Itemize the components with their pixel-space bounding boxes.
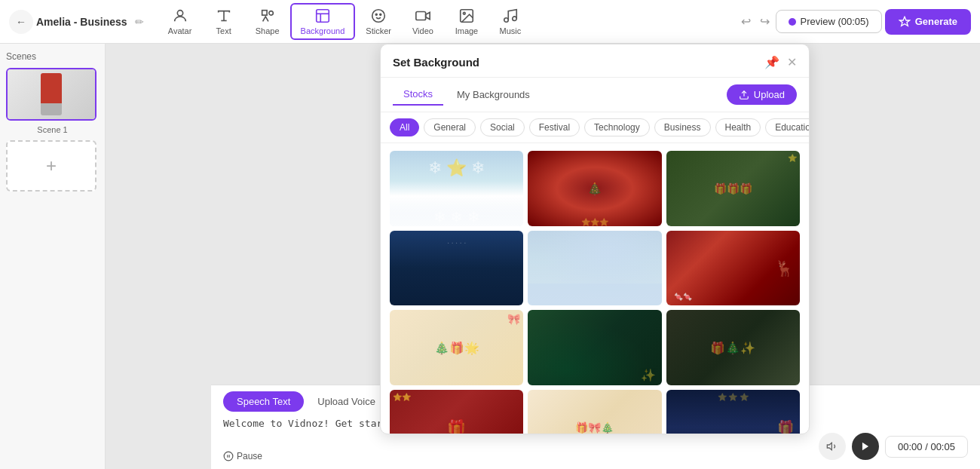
scene-item[interactable] <box>6 68 96 121</box>
filter-row: All General Social Festival Technology B… <box>381 112 809 143</box>
video-tool[interactable]: Video <box>402 5 444 38</box>
background-tool[interactable]: Background <box>290 3 356 40</box>
generate-button[interactable]: Generate <box>885 9 971 35</box>
filter-technology[interactable]: Technology <box>584 118 650 136</box>
svg-point-12 <box>224 452 233 461</box>
shape-tool[interactable]: Shape <box>247 5 289 38</box>
bg-thumbnail-11[interactable]: 🎁🎀🎄 <box>528 390 661 434</box>
svg-point-4 <box>372 10 385 23</box>
upload-icon <box>739 90 749 100</box>
svg-rect-7 <box>416 12 426 20</box>
filter-social[interactable]: Social <box>480 118 525 136</box>
toolbar-tools: Avatar Text Shape Background Sticker Vid… <box>159 3 531 40</box>
volume-button[interactable] <box>819 433 846 460</box>
background-panel: Set Background 📌 ✕ Stocks My Backgrounds… <box>380 44 810 434</box>
bg-thumbnail-3[interactable]: 🎁🎁🎁 ⭐ <box>666 151 800 226</box>
music-tool[interactable]: Music <box>489 5 531 38</box>
bg-thumbnail-9[interactable]: 🎁🎄✨ <box>666 310 800 385</box>
playback-controls: 00:00 / 00:05 <box>819 433 968 460</box>
text-icon <box>216 8 232 24</box>
filter-festival[interactable]: Festival <box>529 118 580 136</box>
scene-thumbnail <box>8 69 95 119</box>
sticker-tool[interactable]: Sticker <box>357 5 400 38</box>
pause-button[interactable]: Pause <box>223 451 262 461</box>
preview-dot <box>789 18 796 26</box>
svg-rect-1 <box>262 11 266 15</box>
bg-thumbnail-12[interactable]: 🎁 ⭐ ⭐ ⭐ <box>666 390 800 434</box>
background-icon <box>314 8 331 24</box>
bg-thumbnail-4[interactable]: . . . . . <box>390 231 523 306</box>
back-button[interactable]: ← <box>9 10 33 34</box>
bg-thumbnail-10[interactable]: 🎁 ⭐⭐ <box>390 390 523 434</box>
preview-button[interactable]: Preview (00:05) <box>776 10 882 33</box>
close-button[interactable]: ✕ <box>787 55 797 69</box>
filter-general[interactable]: General <box>424 118 476 136</box>
scene-label: Scene 1 <box>6 125 99 134</box>
panel-title: Set Background <box>393 56 479 69</box>
upload-button[interactable]: Upload <box>727 84 797 105</box>
redo-button[interactable]: ↪ <box>757 11 773 32</box>
filter-health[interactable]: Health <box>715 118 761 136</box>
add-scene-button[interactable]: + <box>6 140 96 192</box>
pin-button[interactable]: 📌 <box>764 55 779 69</box>
time-display: 00:00 / 00:05 <box>885 436 968 458</box>
music-icon <box>502 8 519 24</box>
bg-thumbnail-8[interactable]: ✨ <box>528 310 661 385</box>
bg-thumbnail-2[interactable]: 🎄 ⭐⭐⭐ <box>528 151 661 226</box>
image-icon <box>458 8 475 24</box>
svg-rect-3 <box>317 10 329 23</box>
generate-label: Generate <box>915 16 957 27</box>
svg-point-6 <box>380 14 381 15</box>
filter-education[interactable]: Education <box>765 118 809 136</box>
undo-redo-group: ↩ ↪ <box>738 11 773 32</box>
panel-icons: 📌 ✕ <box>764 55 797 69</box>
scenes-panel: Scenes Scene 1 + <box>0 44 106 469</box>
shape-icon <box>259 8 276 24</box>
play-button[interactable] <box>852 433 879 460</box>
bg-thumbnail-1[interactable]: ❄ ⭐ ❄ <box>390 151 523 226</box>
background-grid: ❄ ⭐ ❄ 🎄 ⭐⭐⭐ 🎁🎁🎁 ⭐ . . . . . <box>381 143 809 434</box>
filter-all[interactable]: All <box>390 118 419 136</box>
speech-text-tab[interactable]: Speech Text <box>223 391 304 412</box>
pause-label: Pause <box>237 451 262 461</box>
play-icon <box>860 441 871 452</box>
upload-label: Upload <box>754 89 785 100</box>
volume-icon <box>826 440 838 452</box>
svg-point-0 <box>177 11 182 16</box>
upload-voice-tab[interactable]: Upload Voice <box>304 391 389 412</box>
bg-thumbnail-7[interactable]: 🎄🎁🌟 🎀 <box>390 310 523 385</box>
panel-header: Set Background 📌 ✕ <box>381 44 809 78</box>
app-title: Amelia - Business <box>36 16 127 28</box>
bg-thumbnail-6[interactable]: 🦌 🍬🍬 <box>666 231 800 306</box>
video-icon <box>415 8 431 24</box>
avatar-tool[interactable]: Avatar <box>159 5 201 38</box>
svg-point-11 <box>513 17 517 20</box>
panel-tabs: Stocks My Backgrounds Upload <box>381 78 809 112</box>
svg-point-10 <box>504 18 509 23</box>
filter-business[interactable]: Business <box>654 118 711 136</box>
stocks-tab[interactable]: Stocks <box>393 84 443 106</box>
undo-button[interactable]: ↩ <box>738 11 754 32</box>
my-backgrounds-tab[interactable]: My Backgrounds <box>446 84 541 105</box>
svg-point-5 <box>375 14 377 15</box>
generate-icon <box>899 16 911 28</box>
sticker-icon <box>370 8 387 24</box>
text-tool[interactable]: Text <box>203 5 245 38</box>
svg-point-2 <box>268 11 273 15</box>
person-icon <box>172 8 188 24</box>
edit-icon[interactable]: ✏ <box>135 16 144 28</box>
scenes-title: Scenes <box>6 51 99 62</box>
bg-thumbnail-5[interactable] <box>528 231 661 306</box>
image-tool[interactable]: Image <box>446 5 488 38</box>
pause-icon <box>223 451 234 461</box>
preview-label: Preview (00:05) <box>801 16 869 27</box>
main-toolbar: ← Amelia - Business ✏ Avatar Text Shape … <box>0 0 980 44</box>
svg-point-9 <box>463 12 465 14</box>
plus-icon: + <box>46 155 57 176</box>
